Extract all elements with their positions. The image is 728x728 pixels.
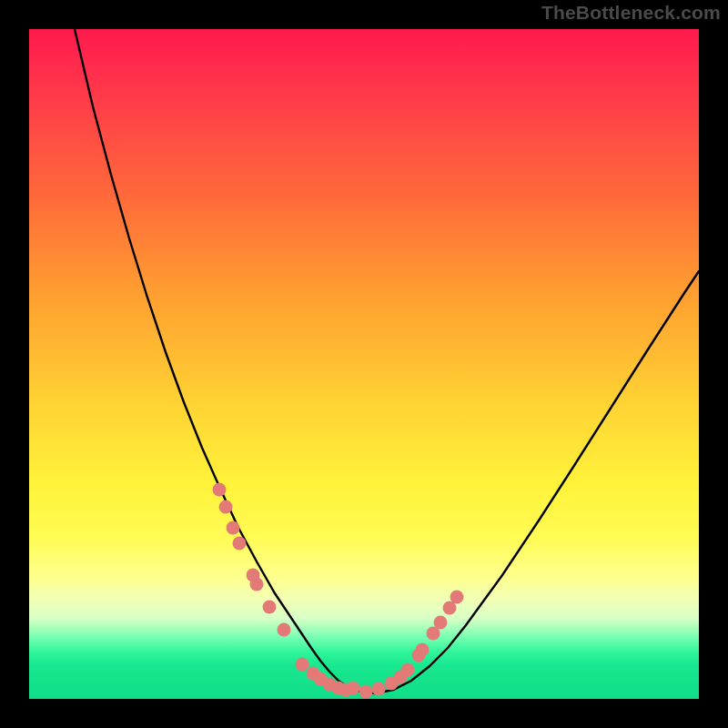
chart-frame: TheBottleneck.com (0, 0, 728, 728)
data-point (434, 616, 448, 630)
data-point (263, 601, 277, 614)
data-point (401, 663, 415, 677)
data-point (359, 685, 373, 699)
chart-svg (29, 29, 699, 699)
data-point (233, 537, 247, 551)
data-point (250, 578, 264, 592)
data-point (416, 643, 430, 657)
data-point (450, 591, 464, 604)
data-point (219, 500, 233, 514)
curve-dots (213, 483, 464, 699)
data-point (278, 623, 291, 637)
data-point (213, 483, 227, 497)
data-point (347, 682, 360, 695)
watermark-text: TheBottleneck.com (541, 2, 721, 24)
data-point (372, 682, 386, 696)
data-point (296, 658, 309, 672)
bottleneck-curve (75, 29, 699, 693)
plot-area (29, 29, 699, 699)
data-point (227, 521, 240, 535)
